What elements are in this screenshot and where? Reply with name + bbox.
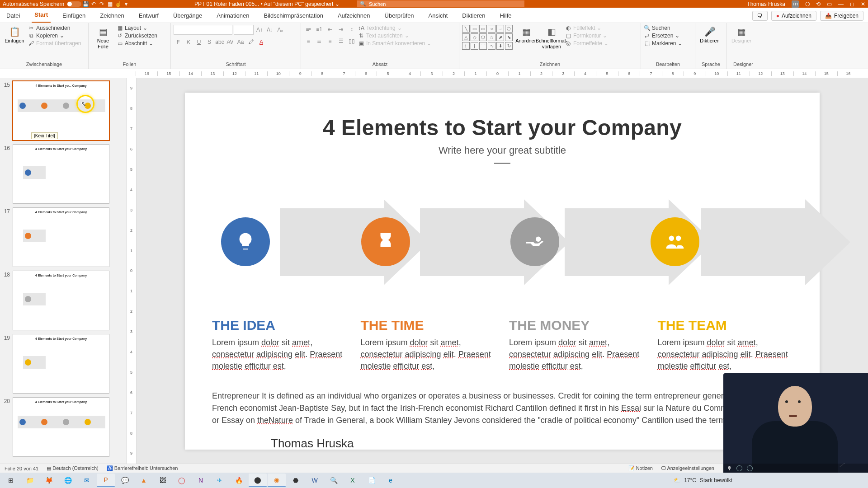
fill-button[interactable]: ◐Fülleffekt ⌄ <box>565 25 609 31</box>
arrange-button[interactable]: ▦Anordnen <box>514 25 538 46</box>
tab-datei[interactable]: Datei <box>4 9 23 23</box>
user-name[interactable]: Thomas Hruska <box>747 1 785 7</box>
align-center-icon[interactable]: ≣ <box>315 37 324 46</box>
slide-thumbnail-20[interactable]: 4 Elements to Start your Company <box>13 397 109 457</box>
start-button[interactable]: ⊞ <box>2 474 20 487</box>
window-restore-icon[interactable]: ◻ <box>850 1 854 7</box>
column[interactable]: THE TEAMLorem ipsum dolor sit amet, cons… <box>658 318 793 372</box>
column[interactable]: THE MONEYLorem ipsum dolor sit amet, con… <box>509 318 644 372</box>
app-icon-5[interactable]: ◉ <box>268 474 286 487</box>
spacing-button[interactable]: AV <box>226 38 235 47</box>
notes-button[interactable]: 📝 Notizen <box>628 465 653 471</box>
share-button[interactable]: 📤 Freigeben <box>820 11 863 21</box>
shrink-font-icon[interactable]: A↓ <box>265 25 274 34</box>
app-icon-1[interactable]: 💬 <box>116 474 134 487</box>
align-right-icon[interactable]: ≡ <box>326 37 335 46</box>
save-icon[interactable]: 💾 <box>81 1 90 7</box>
accessibility-status[interactable]: ♿ Barrierefreiheit: Untersuchen <box>107 465 178 471</box>
tab-start[interactable]: Start <box>32 9 51 23</box>
autosave-toggle[interactable] <box>67 1 81 7</box>
edge-icon[interactable]: e <box>382 474 400 487</box>
tab-praesentation[interactable]: Bildschirmpräsentation <box>261 9 326 23</box>
case-button[interactable]: Aa <box>236 38 245 47</box>
indent-dec-icon[interactable]: ⇤ <box>326 25 335 34</box>
cut-button[interactable]: ✂Ausschneiden <box>28 25 81 31</box>
numbering-icon[interactable]: ≡1 <box>315 25 324 34</box>
slide-thumbnail-18[interactable]: 4 Elements to Start your Company <box>13 271 109 330</box>
taskbar-weather[interactable]: ⛅ 17°C Stark bewölkt <box>674 477 732 483</box>
app-icon-7[interactable]: 🔍 <box>325 474 343 487</box>
copy-button[interactable]: ⧉Kopieren ⌄ <box>28 33 81 39</box>
quickstyles-button[interactable]: ◧Schnellformat-vorlagen <box>540 25 563 51</box>
powerpoint-icon[interactable]: P <box>97 474 115 487</box>
bold-button[interactable]: F <box>174 38 183 47</box>
excel-icon[interactable]: X <box>344 474 362 487</box>
explorer-icon[interactable]: 📁 <box>21 474 39 487</box>
find-button[interactable]: 🔍Suchen <box>644 25 682 31</box>
coming-soon-icon[interactable]: ⬡ <box>805 1 810 7</box>
slide-subtitle[interactable]: Write here your great subtitle <box>212 145 793 156</box>
align-left-icon[interactable]: ≡ <box>304 37 313 46</box>
tab-zeichnen[interactable]: Zeichnen <box>97 9 127 23</box>
reset-button[interactable]: ↺Zurücksetzen <box>117 33 157 39</box>
undo-icon[interactable]: ↶ <box>90 1 98 7</box>
select-button[interactable]: ⬚Markieren ⌄ <box>644 40 682 47</box>
layout-button[interactable]: ▦Layout ⌄ <box>117 25 157 31</box>
underline-button[interactable]: U <box>194 38 203 47</box>
tab-entwurf[interactable]: Entwurf <box>136 9 161 23</box>
app-icon-8[interactable]: 📄 <box>363 474 381 487</box>
app-icon-4[interactable]: 🔥 <box>230 474 248 487</box>
columns-icon[interactable]: ▯▯ <box>347 37 356 46</box>
chrome-icon[interactable]: 🌐 <box>59 474 77 487</box>
slide-thumbnail-19[interactable]: 4 Elements to Start your Company <box>13 334 109 394</box>
slide-thumbnail-17[interactable]: 4 Elements to Start your Company <box>13 207 109 267</box>
font-size-input[interactable] <box>234 25 254 35</box>
bullets-icon[interactable]: ≡• <box>304 25 313 34</box>
grow-font-icon[interactable]: A↑ <box>255 25 264 34</box>
tab-hilfe[interactable]: Hilfe <box>497 9 514 23</box>
slide-title[interactable]: 4 Elements to Start your Company <box>212 115 793 140</box>
window-min-icon[interactable]: ▭ <box>827 1 832 7</box>
shapes-gallery[interactable]: ╲▭▭○→⬠ △◇⬡☆⬈⬊ {}⌒∿⬍↻ <box>462 25 513 50</box>
clear-format-icon[interactable]: Aₓ <box>276 25 285 34</box>
paste-button[interactable]: 📋Einfügen <box>3 25 26 46</box>
indent-inc-icon[interactable]: ⇥ <box>336 25 345 34</box>
onenote-icon[interactable]: N <box>192 474 210 487</box>
format-painter-button[interactable]: 🖌Format übertragen <box>28 40 81 47</box>
line-spacing-icon[interactable]: ↕ <box>347 25 356 34</box>
effects-button[interactable]: ◎Formeffekte ⌄ <box>565 40 609 47</box>
new-slide-button[interactable]: ▤Neue Folie <box>91 25 115 51</box>
slide-thumbnails-panel[interactable]: 154 Elements to Start yo... Company[Kein… <box>0 78 127 464</box>
section-button[interactable]: ▭Abschnitt ⌄ <box>117 40 157 47</box>
outline-button[interactable]: ▢Formkontur ⌄ <box>565 33 609 39</box>
slide-thumbnail-15[interactable]: 4 Elements to Start yo... Company[Kein T… <box>13 81 109 141</box>
slide-counter[interactable]: Folie 20 von 41 <box>5 466 38 471</box>
document-title[interactable]: PPT 01 Roter Faden 005... • Auf "diesem … <box>194 1 340 7</box>
replace-button[interactable]: ⇄Ersetzen ⌄ <box>644 33 682 39</box>
italic-button[interactable]: K <box>184 38 193 47</box>
webcam-chip-2[interactable] <box>747 465 753 471</box>
slide-thumbnail-16[interactable]: 4 Elements to Start your Company <box>13 144 109 204</box>
dictate-button[interactable]: 🎤Diktieren <box>698 25 722 46</box>
outlook-icon[interactable]: ✉ <box>78 474 96 487</box>
shadow-button[interactable]: S <box>205 38 214 47</box>
firefox-icon[interactable]: 🦊 <box>40 474 58 487</box>
tab-einfuegen[interactable]: Einfügen <box>60 9 88 23</box>
present-from-start-icon[interactable]: ▦ <box>106 1 114 7</box>
user-avatar[interactable]: TH <box>792 0 799 8</box>
font-color-button[interactable]: A <box>257 38 266 47</box>
qat-customize-icon[interactable]: ▾ <box>122 1 130 7</box>
align-justify-icon[interactable]: ☰ <box>336 37 345 46</box>
paragraph[interactable]: Entrepreneur It is defined as an individ… <box>212 390 793 427</box>
tab-diktieren[interactable]: Diktieren <box>459 9 488 23</box>
comments-button[interactable]: 🗨 <box>752 11 768 21</box>
text-direction-button[interactable]: ↕ATextrichtung ⌄ <box>358 25 431 31</box>
tab-animationen[interactable]: Animationen <box>214 9 252 23</box>
tab-aufzeichnen[interactable]: Aufzeichnen <box>335 9 373 23</box>
tab-uebergaenge[interactable]: Übergänge <box>170 9 205 23</box>
vlc-icon[interactable]: ▲ <box>135 474 153 487</box>
webcam-chip-1[interactable] <box>736 465 742 471</box>
window-minimize-icon[interactable]: — <box>838 1 844 7</box>
column[interactable]: THE IDEALorem ipsum dolor sit amet, cons… <box>212 318 347 372</box>
touch-mode-icon[interactable]: ☝ <box>114 1 122 7</box>
